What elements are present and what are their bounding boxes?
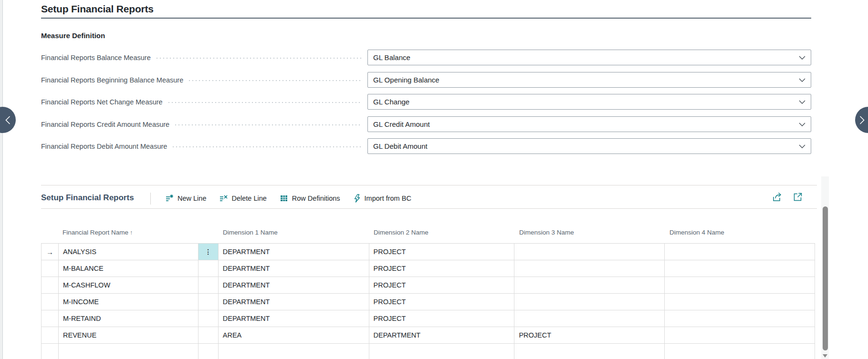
column-header-dimension-2-name[interactable]: Dimension 2 Name (374, 229, 429, 236)
cell-dimension-3[interactable] (514, 244, 665, 260)
cell-dimension-3[interactable] (514, 294, 665, 310)
cell-dimension-4[interactable] (665, 244, 815, 260)
dotted-leader (175, 124, 362, 125)
cell-dimension-4[interactable] (665, 344, 815, 359)
toolbar-button-label: Delete Line (231, 195, 266, 202)
field-label: Financial Reports Balance Measure (41, 54, 151, 62)
new-line-button[interactable]: New Line (165, 194, 206, 203)
page-title: Setup Financial Reports (41, 3, 154, 15)
cell-dimension-3[interactable] (514, 277, 665, 293)
cell-financial-report-name[interactable] (59, 344, 199, 359)
vertical-scrollbar-thumb[interactable] (823, 206, 828, 350)
import-from-bc-icon (353, 194, 361, 203)
cell-dimension-1[interactable]: DEPARTMENT (219, 310, 369, 327)
chevron-down-icon (799, 56, 805, 60)
field-row-credit-amount-measure: Financial Reports Credit Amount Measure (41, 116, 366, 132)
cell-dimension-2[interactable]: PROJECT (369, 244, 515, 260)
row-selector-cell[interactable] (42, 344, 59, 359)
cell-dimension-4[interactable] (665, 277, 815, 293)
dropdown-value: GL Opening Balance (373, 76, 439, 84)
row-options-cell[interactable] (199, 310, 219, 327)
dotted-leader (168, 102, 362, 103)
list-header-actions (772, 192, 803, 202)
column-header-dimension-3-name[interactable]: Dimension 3 Name (519, 229, 574, 236)
cell-dimension-2[interactable]: PROJECT (369, 310, 515, 327)
row-options-cell[interactable] (199, 344, 219, 359)
list-toolbar: New Line Delete Line Row Definitions Imp… (165, 191, 411, 205)
beginning-balance-measure-dropdown[interactable]: GL Opening Balance (367, 72, 811, 88)
table-row-m-cashflow: M-CASHFLOW DEPARTMENT PROJECT (41, 277, 815, 294)
cell-financial-report-name[interactable]: M-CASHFLOW (59, 277, 199, 293)
cell-financial-report-name[interactable]: M-BALANCE (59, 260, 199, 277)
column-header-dimension-1-name[interactable]: Dimension 1 Name (223, 229, 278, 236)
cell-dimension-3[interactable]: PROJECT (514, 327, 665, 343)
sort-ascending-icon: ↑ (130, 229, 133, 236)
cell-dimension-3[interactable] (514, 260, 665, 277)
debit-amount-measure-dropdown[interactable]: GL Debit Amount (367, 138, 811, 154)
cell-dimension-1[interactable]: DEPARTMENT (219, 244, 369, 260)
row-options-button[interactable]: ⋮ (199, 244, 219, 260)
row-selector-cell[interactable] (42, 277, 59, 293)
cell-financial-report-name[interactable]: M-INCOME (59, 294, 199, 310)
table-row-analysis: → ANALYSIS ⋮ DEPARTMENT PROJECT (41, 244, 815, 260)
cell-dimension-2[interactable]: PROJECT (369, 260, 515, 277)
chevron-right-icon (859, 116, 865, 124)
delete-line-button[interactable]: Delete Line (219, 194, 266, 203)
scrollbar-down-arrow-icon[interactable] (823, 354, 827, 358)
toolbar-button-label: Import from BC (365, 195, 411, 202)
balance-measure-dropdown[interactable]: GL Balance (367, 50, 811, 65)
cell-financial-report-name[interactable]: ANALYSIS (59, 244, 199, 260)
cell-dimension-2[interactable]: PROJECT (369, 277, 515, 293)
cell-dimension-2[interactable]: PROJECT (369, 294, 515, 310)
title-underline (41, 18, 811, 19)
dotted-leader (157, 58, 362, 59)
cell-dimension-3[interactable] (514, 344, 665, 359)
chevron-down-icon (799, 144, 805, 148)
section-divider (41, 185, 817, 185)
row-selector-cell[interactable] (42, 260, 59, 277)
field-row-beginning-balance-measure: Financial Reports Beginning Balance Meas… (41, 72, 366, 88)
cell-dimension-3[interactable] (514, 310, 665, 327)
toolbar-button-label: New Line (178, 195, 206, 202)
cell-dimension-1[interactable]: DEPARTMENT (219, 277, 369, 293)
column-header-dimension-4-name[interactable]: Dimension 4 Name (669, 229, 724, 236)
credit-amount-measure-dropdown[interactable]: GL Credit Amount (367, 116, 811, 132)
cell-dimension-4[interactable] (665, 310, 815, 327)
row-options-cell[interactable] (199, 327, 219, 343)
expand-icon (793, 192, 803, 202)
column-header-financial-report-name[interactable]: Financial Report Name↑ (63, 229, 133, 236)
share-button[interactable] (772, 192, 783, 202)
cell-dimension-1[interactable]: DEPARTMENT (219, 260, 369, 277)
cell-dimension-4[interactable] (665, 260, 815, 277)
row-selector-cell[interactable] (42, 310, 59, 327)
previous-record-button[interactable] (0, 107, 16, 133)
cell-dimension-1[interactable] (219, 344, 369, 359)
cell-dimension-2[interactable]: DEPARTMENT (369, 327, 515, 343)
cell-dimension-1[interactable]: DEPARTMENT (219, 294, 369, 310)
row-options-cell[interactable] (199, 294, 219, 310)
row-options-cell[interactable] (199, 277, 219, 293)
import-from-bc-button[interactable]: Import from BC (353, 194, 411, 203)
net-change-measure-dropdown[interactable]: GL Change (367, 94, 811, 110)
cell-financial-report-name[interactable]: M-RETAIND (59, 310, 199, 327)
current-row-arrow-icon: → (46, 248, 53, 256)
cell-financial-report-name[interactable]: REVENUE (59, 327, 199, 343)
cell-dimension-1[interactable]: AREA (219, 327, 369, 343)
row-selector-cell[interactable] (42, 327, 59, 343)
row-options-cell[interactable] (199, 260, 219, 277)
cell-dimension-4[interactable] (665, 327, 815, 343)
next-record-button[interactable] (855, 107, 868, 133)
chevron-left-icon (5, 116, 10, 124)
dotted-leader (173, 146, 362, 147)
cell-dimension-2[interactable] (369, 344, 515, 359)
cell-dimension-4[interactable] (665, 294, 815, 310)
row-definitions-button[interactable]: Row Definitions (280, 194, 340, 203)
toolbar-separator (150, 193, 151, 205)
new-line-icon (165, 194, 174, 203)
field-label: Financial Reports Credit Amount Measure (41, 121, 169, 128)
measure-definition-heading: Measure Definition (41, 31, 105, 40)
dropdown-value: GL Credit Amount (373, 120, 430, 128)
expand-button[interactable] (793, 192, 803, 202)
row-selector-cell[interactable] (42, 294, 59, 310)
row-selector-cell[interactable]: → (42, 244, 59, 260)
